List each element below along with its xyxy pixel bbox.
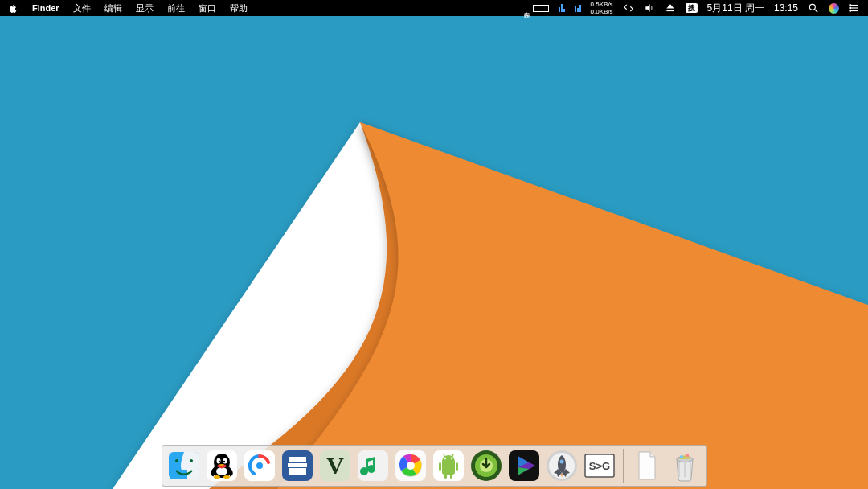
svg-rect-30 bbox=[289, 457, 306, 462]
svg-point-13 bbox=[190, 459, 193, 462]
dock: V S>G bbox=[162, 445, 707, 487]
svg-rect-32 bbox=[289, 468, 306, 475]
svg-point-43 bbox=[450, 458, 452, 459]
menu-go[interactable]: 前往 bbox=[167, 2, 185, 14]
svg-point-24 bbox=[223, 475, 230, 479]
memory-indicator[interactable]: 内存 bbox=[523, 5, 549, 12]
svg-rect-46 bbox=[444, 474, 447, 479]
dock-separator bbox=[623, 449, 624, 483]
svg-point-12 bbox=[175, 459, 178, 462]
svg-text:S>G: S>G bbox=[588, 460, 609, 472]
qq-app[interactable] bbox=[206, 450, 238, 482]
desktop-wallpaper bbox=[0, 0, 868, 489]
browser-app[interactable] bbox=[395, 450, 427, 482]
menu-edit[interactable]: 编辑 bbox=[104, 2, 122, 14]
activity-bars-icon-2[interactable] bbox=[575, 4, 581, 12]
launchpad-rocket-app[interactable] bbox=[546, 450, 578, 482]
input-method-icon[interactable]: 搜 bbox=[686, 3, 698, 13]
menu-date[interactable]: 5月11日 周一 bbox=[707, 2, 764, 15]
net-download: 0.0KB/s bbox=[591, 8, 613, 15]
gta-v-app[interactable]: V bbox=[319, 450, 351, 482]
svg-point-8 bbox=[850, 5, 851, 6]
baidu-netdisk-app[interactable] bbox=[244, 450, 276, 482]
media-player-app[interactable] bbox=[508, 450, 540, 482]
sync-icon[interactable] bbox=[623, 2, 634, 14]
menu-window[interactable]: 窗口 bbox=[199, 2, 216, 14]
android-transfer-app[interactable] bbox=[432, 450, 465, 482]
activity-bars-icon[interactable] bbox=[559, 4, 565, 12]
svg-point-20 bbox=[223, 461, 224, 462]
svg-point-9 bbox=[850, 7, 851, 9]
svg-point-17 bbox=[216, 458, 220, 464]
menu-bar: Finder 文件 编辑 显示 前往 窗口 帮助 内存 0.5KB/s 0.0K… bbox=[0, 0, 868, 16]
trash[interactable] bbox=[669, 450, 701, 482]
downloader-app[interactable] bbox=[470, 450, 502, 482]
svg-rect-47 bbox=[450, 474, 452, 479]
svg-rect-62 bbox=[686, 454, 689, 457]
screentogif-app[interactable]: S>G bbox=[583, 450, 616, 482]
svg-point-10 bbox=[850, 10, 851, 12]
app-menu[interactable]: Finder bbox=[32, 3, 59, 13]
svg-rect-45 bbox=[456, 462, 458, 471]
menu-view[interactable]: 显示 bbox=[136, 2, 154, 14]
svg-point-38 bbox=[407, 462, 415, 470]
svg-point-61 bbox=[680, 455, 683, 458]
menu-help[interactable]: 帮助 bbox=[230, 2, 248, 14]
spotlight-icon[interactable] bbox=[808, 2, 819, 14]
volume-icon[interactable] bbox=[644, 2, 655, 14]
svg-point-26 bbox=[256, 462, 263, 469]
eject-icon[interactable] bbox=[665, 2, 676, 14]
apple-menu[interactable] bbox=[8, 3, 18, 14]
music-app[interactable] bbox=[357, 450, 389, 482]
menu-file[interactable]: 文件 bbox=[73, 2, 91, 14]
svg-rect-44 bbox=[439, 462, 441, 471]
svg-point-3 bbox=[809, 4, 815, 10]
svg-line-4 bbox=[815, 10, 818, 13]
menu-time[interactable]: 13:15 bbox=[774, 2, 798, 14]
svg-point-57 bbox=[559, 460, 563, 464]
svg-point-19 bbox=[218, 461, 219, 462]
svg-rect-2 bbox=[666, 10, 674, 11]
svg-point-18 bbox=[223, 458, 227, 464]
network-speed-indicator[interactable]: 0.5KB/s 0.0KB/s bbox=[591, 1, 613, 15]
svg-point-42 bbox=[444, 458, 445, 459]
pdfelement-app[interactable] bbox=[281, 450, 313, 482]
notification-center-icon[interactable] bbox=[849, 2, 860, 14]
finder-app[interactable] bbox=[168, 450, 200, 482]
svg-point-23 bbox=[214, 475, 220, 479]
document-item[interactable] bbox=[631, 450, 663, 482]
net-upload: 0.5KB/s bbox=[591, 1, 613, 8]
siri-icon[interactable] bbox=[829, 3, 839, 14]
svg-text:V: V bbox=[326, 452, 344, 479]
